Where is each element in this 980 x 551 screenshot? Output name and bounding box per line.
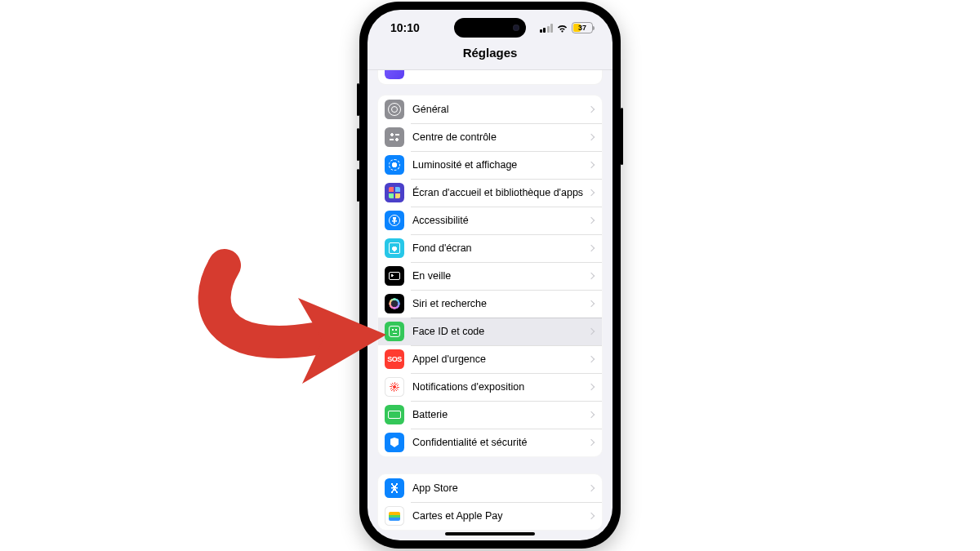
chevron-right-icon [588,384,595,390]
label: Accessibilité [412,215,589,226]
settings-group-main: Général Centre de contrôle Luminosité et… [377,95,603,457]
label: Face ID et code [412,326,589,337]
sliders-icon [385,127,404,147]
row-display[interactable]: Luminosité et affichage [378,151,602,179]
chevron-right-icon [588,485,595,491]
battery-icon: 37 [572,22,593,33]
label: Appel d'urgence [412,353,589,365]
row-control-center[interactable]: Centre de contrôle [378,123,602,151]
privacy-hand-icon [385,433,404,452]
row-battery[interactable]: Batterie [378,401,602,429]
row-accessibility[interactable]: Accessibilité [378,207,602,234]
chevron-right-icon [588,162,595,168]
settings-scroll-area[interactable]: Général Centre de contrôle Luminosité et… [368,70,612,540]
brightness-icon [385,155,404,175]
chevron-right-icon [588,411,595,418]
wifi-icon [556,24,568,33]
app-grid-icon [385,183,404,202]
home-indicator[interactable] [445,532,535,535]
chevron-right-icon [588,217,595,224]
chevron-right-icon [588,300,595,307]
label: En veille [412,270,589,282]
chevron-right-icon [588,273,595,279]
label: Batterie [412,409,589,420]
dynamic-island [454,18,526,38]
row-home-screen[interactable]: Écran d'accueil et bibliothèque d'apps [378,179,602,207]
chevron-right-icon [588,439,595,446]
row-wallpaper[interactable]: Fond d'écran [378,234,602,262]
status-time: 10:10 [390,21,420,34]
label: App Store [412,482,589,494]
label: Notifications d'exposition [412,381,589,393]
label: Cartes et Apple Pay [412,510,589,522]
annotation-arrow [192,249,396,388]
label: Siri et recherche [412,298,589,309]
navbar-title: Réglages [368,46,612,70]
chevron-right-icon [588,106,595,113]
row-wallet[interactable]: Cartes et Apple Pay [378,502,602,530]
previous-group-peek [377,70,603,85]
battery-percent: 37 [574,23,590,33]
phone-frame: 10:10 37 Réglages Général [359,2,621,549]
battery-settings-icon [385,405,404,424]
settings-group-store: App Store Cartes et Apple Pay [377,473,603,531]
row-exposure-notifications[interactable]: Notifications d'exposition [378,373,602,401]
phone-screen: 10:10 37 Réglages Général [368,10,612,540]
gear-icon [385,100,404,119]
row-privacy[interactable]: Confidentialité et sécurité [378,429,602,456]
label: Confidentialité et sécurité [412,437,589,448]
row-standby[interactable]: En veille [378,262,602,290]
chevron-right-icon [588,356,595,362]
label: Luminosité et affichage [412,159,589,171]
row-face-id[interactable]: Face ID et code [378,318,602,345]
chevron-right-icon [588,328,595,335]
row-general[interactable]: Général [378,96,602,123]
label: Centre de contrôle [412,131,589,143]
chevron-right-icon [588,513,595,519]
label: Écran d'accueil et bibliothèque d'apps [412,187,589,198]
row-emergency-sos[interactable]: SOS Appel d'urgence [378,345,602,373]
chevron-right-icon [588,245,595,251]
chevron-right-icon [588,134,595,140]
wallet-icon [385,506,404,526]
cellular-signal-icon [540,24,554,33]
app-store-icon [385,478,404,498]
label: Général [412,104,589,115]
row-app-store[interactable]: App Store [378,474,602,502]
chevron-right-icon [588,189,595,196]
label: Fond d'écran [412,242,589,254]
row-siri[interactable]: Siri et recherche [378,290,602,318]
accessibility-icon [385,211,404,230]
